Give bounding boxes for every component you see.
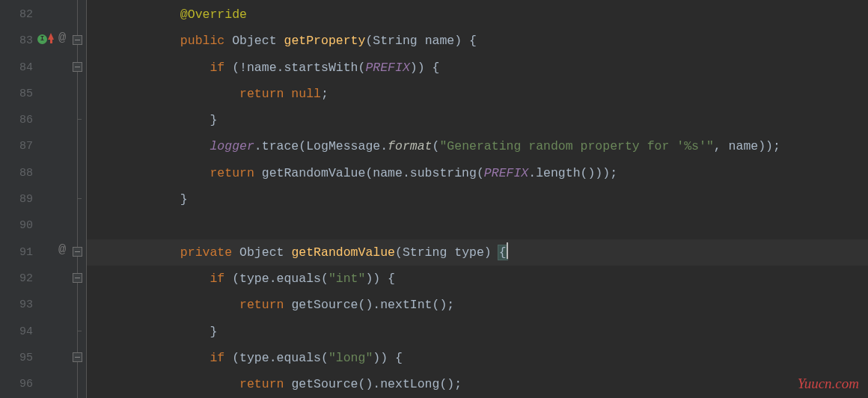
fold-cell: [72, 0, 86, 26]
fold-collapse-icon[interactable]: [73, 247, 82, 257]
token-ws: [91, 245, 180, 260]
token-kw: public: [180, 34, 224, 48]
code-line[interactable]: return null;: [87, 81, 868, 107]
token-ws: [224, 272, 232, 286]
annotation-cell: [42, 370, 72, 396]
token-txt: name) {: [425, 34, 477, 48]
fold-cell: [72, 370, 86, 396]
fold-cell: [72, 79, 86, 105]
fold-end-icon: [73, 194, 82, 203]
line-number: 89: [0, 186, 42, 212]
fold-cell: [72, 159, 86, 185]
line-number: 83: [0, 28, 42, 54]
annotation-column: I@@: [42, 0, 72, 398]
code-line[interactable]: public Object getProperty(String name) {: [87, 28, 868, 54]
token-ann: @Override: [180, 7, 247, 22]
code-line[interactable]: if (type.equals("int")) {: [87, 266, 868, 292]
token-txt: (: [395, 245, 403, 260]
annotation-cell: [42, 317, 72, 343]
fold-cell: [72, 211, 86, 237]
line-number: 88: [0, 160, 42, 186]
code-line[interactable]: }: [87, 186, 868, 212]
fold-end-icon: [73, 326, 82, 336]
token-fld: PREFIX: [365, 61, 409, 75]
annotation-cell: [42, 0, 72, 26]
code-editor[interactable]: 828384858687888990919293949596 I@@ @Over…: [0, 0, 868, 398]
code-line[interactable]: }: [87, 319, 868, 345]
fold-cell: [72, 132, 86, 158]
fold-collapse-icon[interactable]: [73, 62, 82, 72]
at-gutter-icon[interactable]: @: [58, 31, 66, 44]
code-line[interactable]: return getRandomValue(name.substring(PRE…: [87, 160, 868, 186]
token-cls: String: [373, 34, 417, 48]
fold-cell: [72, 290, 86, 316]
fold-cell: [72, 317, 86, 343]
fold-end-icon: [73, 114, 82, 124]
token-ws: [277, 34, 284, 48]
fold-cell: [72, 105, 86, 132]
fold-cell: [72, 53, 86, 79]
token-kw: private: [180, 245, 232, 260]
at-gutter-icon[interactable]: @: [58, 243, 66, 256]
token-txt: , name));: [714, 139, 780, 153]
annotation-cell: [42, 132, 72, 158]
code-line[interactable]: logger.trace(LogMessage.format("Generati…: [87, 133, 868, 159]
token-ws: [224, 61, 232, 75]
token-kw: return: [239, 377, 284, 391]
token-mtds: format: [388, 139, 432, 153]
fold-cell: [72, 343, 86, 370]
fold-collapse-icon[interactable]: [73, 352, 82, 362]
token-kw: return: [239, 298, 284, 312]
line-number: 86: [0, 107, 42, 133]
token-txt: getSource().nextInt();: [291, 298, 454, 312]
code-area[interactable]: @Override public Object getProperty(Stri…: [87, 0, 868, 398]
annotation-cell: [42, 290, 72, 316]
token-ws: [91, 272, 210, 286]
line-number: 95: [0, 345, 42, 371]
token-str: "int": [328, 272, 366, 286]
line-number: 94: [0, 319, 42, 345]
override-badge-icon[interactable]: I: [37, 34, 47, 44]
token-ws: [91, 166, 210, 180]
fold-cell: [72, 238, 86, 264]
annotation-cell: [42, 53, 72, 79]
token-ws: [91, 87, 239, 101]
token-ws: [284, 245, 291, 260]
token-ws: [91, 139, 210, 153]
code-line[interactable]: return getSource().nextLong();: [87, 371, 868, 397]
token-txt: type): [454, 245, 498, 260]
annotation-cell: [42, 343, 72, 370]
token-txt: (type.equals(: [232, 272, 328, 286]
token-fld: PREFIX: [484, 166, 528, 180]
annotation-cell: I@: [42, 26, 72, 52]
annotation-cell: [42, 79, 72, 105]
line-number: 92: [0, 266, 42, 292]
code-line[interactable]: @Override: [87, 1, 868, 28]
fold-collapse-icon[interactable]: [73, 35, 82, 45]
line-number: 87: [0, 133, 42, 159]
token-txt: }: [210, 113, 217, 127]
code-line[interactable]: private Object getRandomValue(String typ…: [87, 239, 868, 266]
fold-collapse-icon[interactable]: [73, 273, 82, 283]
token-ws: [91, 61, 210, 75]
line-number-gutter: 828384858687888990919293949596: [0, 0, 42, 398]
token-ws: [91, 377, 239, 391]
token-cls: Object: [239, 245, 284, 260]
token-txt: .trace(LogMessage.: [254, 139, 388, 153]
fold-cell: [72, 185, 86, 211]
annotation-cell: [42, 105, 72, 132]
line-number: 90: [0, 212, 42, 239]
token-txt: )) {: [410, 61, 440, 75]
code-line[interactable]: [87, 212, 868, 239]
code-line[interactable]: if (!name.startsWith(PREFIX)) {: [87, 55, 868, 81]
token-kw: if: [210, 272, 224, 286]
token-ws: [254, 166, 262, 180]
code-line[interactable]: if (type.equals("long")) {: [87, 345, 868, 371]
token-ws: [91, 325, 210, 339]
token-kw: if: [210, 61, 224, 75]
token-txt: .length()));: [528, 166, 617, 180]
token-kw: return null: [239, 87, 321, 101]
token-txt: )) {: [373, 351, 403, 365]
code-line[interactable]: }: [87, 107, 868, 133]
code-line[interactable]: return getSource().nextInt();: [87, 292, 868, 318]
